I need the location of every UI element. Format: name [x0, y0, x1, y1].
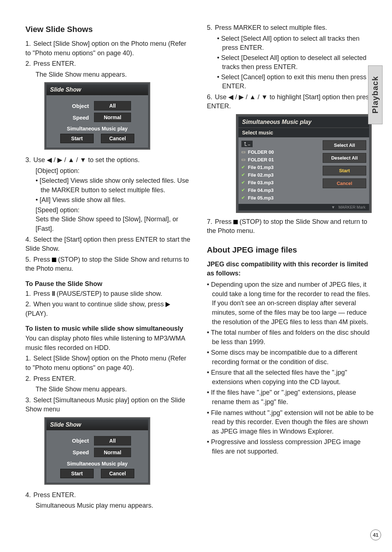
deselect-all-button[interactable]: Deselect All [323, 153, 366, 163]
page-number: 41 [370, 529, 381, 540]
step: 4.Press ENTER. [25, 491, 192, 500]
step-text: Select the [Start] option then press ENT… [25, 236, 190, 253]
list-item[interactable]: ✔File 04.mp3 [238, 186, 320, 194]
bullet: • Some discs may be incompatible due to … [207, 348, 374, 367]
list-item[interactable]: ▭FOLDER 01 [238, 156, 320, 164]
bullet-text: [Selected] Views slide show only selecte… [40, 177, 189, 194]
item-label: FOLDER 00 [248, 149, 274, 155]
option-desc: Sets the Slide Show speed to [Slow], [No… [36, 215, 192, 233]
step-text-b: (PAUSE/STEP) to pause slide show. [55, 290, 162, 297]
object-label: Object [64, 438, 89, 444]
bullet-text: File names without ".jpg" extension will… [211, 409, 373, 435]
step-sub: The Slide Show menu appears. [36, 385, 192, 394]
folder-icon: ▭ [241, 157, 246, 162]
bullet-text: Some discs may be incompatible due to a … [211, 349, 357, 366]
option-heading: [Object] option: [36, 166, 192, 176]
cancel-button[interactable]: Cancel [101, 134, 134, 143]
object-value[interactable]: All [94, 436, 131, 446]
check-icon: ✔ [241, 172, 246, 177]
list-item[interactable]: ✔File 03.mp3 [238, 179, 320, 186]
check-icon: ✔ [241, 180, 246, 185]
list-item[interactable]: ▭FOLDER 00 [238, 148, 320, 156]
step-text: Press MARKER to select multiple files. [215, 24, 327, 31]
step-text: Select [Slide Show] option on the Photo … [25, 40, 186, 57]
cancel-button[interactable]: Cancel [101, 469, 134, 478]
object-label: Object [64, 103, 89, 109]
step: 5.Press (STOP) to stop the Slide Show an… [25, 255, 192, 274]
dialog-subtitle: Select music [238, 128, 369, 137]
bullet: • [Selected] Views slide show only selec… [36, 176, 192, 195]
bullet: • Select [Select All] option to select a… [217, 34, 374, 53]
start-button[interactable]: Start [60, 134, 94, 143]
item-label: File 03.mp3 [248, 180, 274, 185]
step: 2.Press ENTER. [25, 59, 192, 69]
step-sub: The Slide Show menu appears. [36, 70, 192, 80]
music-select-dialog: Simultaneous Music play Select music ⮤..… [236, 114, 372, 213]
jpeg-bullets: • Depending upon the size and number of … [207, 280, 374, 456]
dialog-body: Object All Speed Normal Simultaneous Mus… [46, 430, 148, 483]
bullet: • Select [Deselect All] option to desele… [217, 53, 374, 72]
cancel-button[interactable]: Cancel [323, 178, 366, 188]
step-bullets: • Select [Select All] option to select a… [217, 34, 374, 91]
bullet: • Progressive and lossless compression J… [207, 438, 374, 456]
step-text: Press ENTER. [33, 375, 76, 382]
simultaneous-music-option[interactable]: Simultaneous Music play [49, 126, 145, 132]
list-item[interactable]: ✔File 02.mp3 [238, 171, 320, 179]
page-body: View Slide Shows 1.Select [Slide Show] o… [0, 0, 392, 525]
dialog-title: Slide Show [46, 84, 148, 95]
stop-icon [233, 220, 238, 224]
slide-show-dialog-2: Slide Show Object All Speed Normal Simul… [44, 417, 150, 485]
section-tab: Playback [368, 65, 383, 124]
dialog-footer: ▼ MARKER Mark [238, 204, 369, 210]
bullet: • File names without ".jpg" extension wi… [207, 408, 374, 436]
item-label: File 01.mp3 [248, 165, 274, 170]
speed-label: Speed [64, 114, 89, 121]
start-button[interactable]: Start [323, 166, 366, 176]
left-column: View Slide Shows 1.Select [Slide Show] o… [25, 22, 192, 511]
step-text-a: Press [33, 290, 52, 297]
select-all-button[interactable]: Select All [323, 140, 366, 150]
bullet-text: Ensure that all the selected files have … [211, 369, 347, 386]
bullet-text: Select [Deselect All] option to deselect… [221, 54, 366, 71]
simultaneous-music-option[interactable]: Simultaneous Music play [49, 461, 145, 467]
step: 7.Press (STOP) to stop the Slide Show an… [207, 217, 374, 236]
start-button[interactable]: Start [60, 469, 94, 478]
step-text-a: When you want to continue slide show, pr… [33, 301, 166, 308]
step: 4.Select the [Start] option then press E… [25, 235, 192, 254]
bullet-text: Progressive and lossless compression JPE… [211, 438, 360, 455]
step-text: Use ◀ / ▶ / ▲ / ▼ to highlight [Start] o… [207, 93, 372, 110]
step: 1.Select [Slide Show] option on the Phot… [25, 39, 192, 58]
check-icon: ✔ [241, 195, 246, 200]
option-heading: [Speed] option: [36, 206, 192, 215]
step: 1.Select [Slide Show] option on the Phot… [25, 354, 192, 372]
dialog-title: Slide Show [46, 419, 148, 430]
bullet-text: [All] Views slide show all files. [40, 196, 126, 204]
step: 1.Press II (PAUSE/STEP) to pause slide s… [25, 289, 192, 299]
check-icon: ✔ [241, 188, 246, 193]
list-item[interactable]: ✔File 05.mp3 [238, 194, 320, 202]
step-text-a: Press [33, 256, 52, 263]
up-folder[interactable]: ⮤.. [238, 140, 320, 148]
step-text: Use ◀ / ▶ / ▲ / ▼ to set the options. [33, 156, 140, 164]
object-value[interactable]: All [94, 101, 131, 110]
heading-listen: To listen to music while slide show simu… [25, 325, 192, 333]
step: 6.Use ◀ / ▶ / ▲ / ▼ to highlight [Start]… [207, 93, 374, 111]
dialog-body: Object All Speed Normal Simultaneous Mus… [46, 95, 148, 148]
step: 3.Use ◀ / ▶ / ▲ / ▼ to set the options. [25, 156, 192, 165]
dialog-title: Simultaneous Music play [238, 117, 369, 128]
bullet: • [All] Views slide show all files. [36, 196, 192, 205]
heading-jpeg: About JPEG image files [207, 245, 374, 255]
item-label: File 05.mp3 [248, 195, 274, 201]
step-text: Select [Slide Show] option on the Photo … [25, 355, 186, 371]
step: 5.Press MARKER to select multiple files. [207, 23, 374, 33]
step-text: Press ENTER. [33, 60, 76, 67]
list-item[interactable]: ✔File 01.mp3 [238, 164, 320, 171]
bullet: • Depending upon the size and number of … [207, 280, 374, 327]
step: 2.Press ENTER. [25, 374, 192, 384]
file-list[interactable]: ⮤.. ▭FOLDER 00 ▭FOLDER 01 ✔File 01.mp3 ✔… [238, 137, 320, 204]
up-icon: ⮤.. [241, 141, 253, 147]
play-icon [166, 302, 170, 307]
folder-icon: ▭ [241, 149, 246, 154]
speed-value[interactable]: Normal [94, 448, 131, 457]
speed-value[interactable]: Normal [94, 113, 131, 122]
